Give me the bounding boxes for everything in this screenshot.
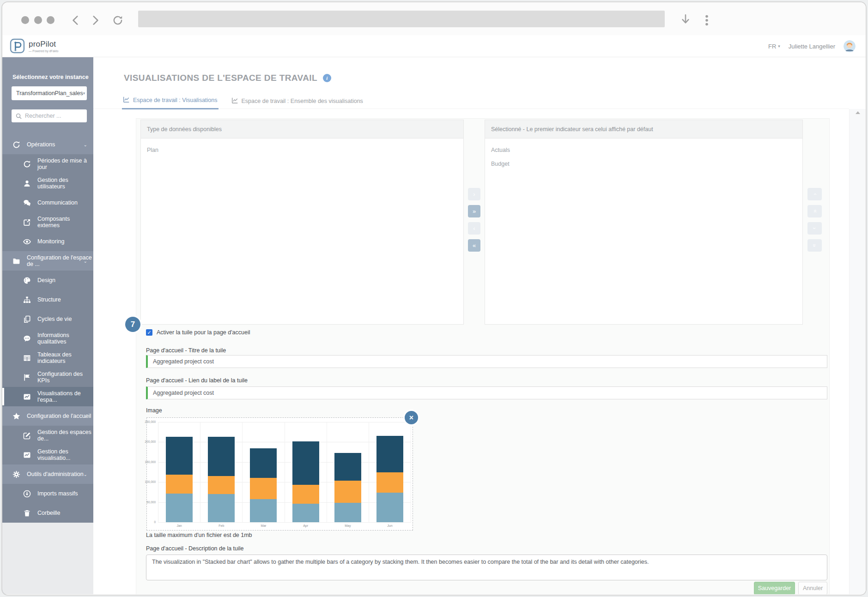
bar-mar: [250, 448, 277, 522]
chevron-down-icon: ▾: [83, 91, 85, 96]
sidebar-item-op-rations[interactable]: Opérations⌄: [2, 135, 93, 154]
copy-icon: [23, 315, 31, 323]
instance-label: Sélectionnez votre instance: [12, 74, 93, 80]
palette-icon: [23, 277, 31, 284]
user-name: Juliette Langellier: [789, 43, 835, 50]
cancel-button[interactable]: Annuler: [798, 582, 827, 594]
search-icon: [16, 113, 22, 119]
bar-may: [334, 453, 361, 522]
step-badge: 7: [125, 317, 140, 332]
image-preview: 250,000200,000150,000100,00050,0000 JanF…: [146, 417, 413, 531]
tab-bar: Espace de travail : VisualisationsEspace…: [122, 96, 364, 109]
selected-listbox: Sélectionné - Le premier indicateur sera…: [485, 120, 803, 325]
chevron-down-icon: ⌄: [84, 142, 87, 147]
image-size-hint: La taille maximum d'un fichier est de 1m…: [146, 532, 252, 538]
bar-jan: [166, 437, 193, 522]
save-button[interactable]: Sauvegarder: [754, 582, 795, 594]
sidebar-item-tableaux-des-indicateurs[interactable]: Tableaux des indicateurs: [2, 348, 93, 368]
user-icon: [23, 180, 31, 187]
tile-description-label: Page d'accueil - Description de la tuile: [146, 545, 244, 552]
list-item-budget[interactable]: Budget: [485, 157, 802, 171]
move-all-right-button[interactable]: »: [468, 205, 480, 217]
stacked-bar-chart: JanFebMarAprMayJun: [158, 422, 411, 522]
sidebar-item-cycles-de-vie[interactable]: Cycles de vie: [2, 309, 93, 329]
window-dot-1[interactable]: [21, 16, 29, 24]
sidebar-item-gestion-des-utilisateurs[interactable]: Gestion des utilisateurs: [2, 174, 93, 193]
sidebar-item-imports-massifs[interactable]: Imports massifs: [2, 484, 93, 503]
info-icon[interactable]: i: [323, 74, 331, 82]
address-bar[interactable]: [138, 11, 665, 27]
tile-link-label: Page d'accueil - Lien du label de la tui…: [146, 377, 248, 384]
instance-select[interactable]: TransformationPlan_sales ▾: [12, 86, 87, 100]
tile-link-input[interactable]: [146, 386, 827, 399]
sidebar-item-design[interactable]: Design: [2, 271, 93, 290]
tile-title-label: Page d'accueil - Titre de la tuile: [146, 347, 226, 354]
bar-apr: [292, 441, 319, 522]
browser-window: proPilot — Powered by dFakto FR▾ Juliett…: [1, 1, 867, 596]
chat-icon: [23, 199, 31, 207]
browser-chrome: [2, 2, 866, 35]
move-all-left-button[interactable]: «: [468, 239, 480, 252]
main-content: VISUALISATIONS DE L'ESPACE DE TRAVAIL i …: [93, 57, 866, 594]
chart-icon: [23, 451, 31, 459]
sidebar-item-visualisations-de-l-espa[interactable]: Visualisations de l'espa...: [2, 387, 93, 406]
tile-title-input[interactable]: [146, 355, 827, 368]
chart-icon: [23, 393, 31, 401]
gear-icon: [12, 470, 20, 478]
page-title: VISUALISATIONS DE L'ESPACE DE TRAVAIL i: [124, 73, 331, 83]
chart-y-axis: 250,000200,000150,000100,00050,0000: [147, 422, 157, 522]
search-input[interactable]: [25, 113, 83, 119]
folder-icon: [12, 257, 20, 265]
enable-tile-checkbox[interactable]: ✓: [146, 329, 152, 336]
sidebar-item-configuration-de-l-accueil[interactable]: Configuration de l'accueil⌄: [2, 406, 93, 426]
chart-icon: [123, 96, 130, 104]
move-up-button[interactable]: ›: [807, 188, 822, 200]
sidebar-item-gestion-des-visualisatio[interactable]: Gestion des visualisatio...: [2, 445, 93, 464]
sidebar-item-configuration-de-l-espace-de[interactable]: Configuration de l'espace de ...⌄: [2, 251, 93, 271]
move-bottom-button[interactable]: »: [807, 239, 822, 252]
sidebar-item-p-riodes-de-mise-jour[interactable]: Périodes de mise à jour: [2, 154, 93, 174]
sidebar-item-structure[interactable]: Structure: [2, 290, 93, 309]
chevron-down-icon: ⌄: [84, 259, 87, 264]
window-dot-3[interactable]: [47, 16, 55, 24]
language-selector[interactable]: FR▾: [768, 43, 780, 50]
chevron-down-icon: ▾: [778, 44, 780, 48]
download-icon[interactable]: [680, 13, 692, 27]
tab-espace-de-travail-ensemble-des-visualisations[interactable]: Espace de travail : Ensemble des visuali…: [231, 96, 364, 109]
back-icon[interactable]: [70, 14, 82, 26]
scroll-up-icon[interactable]: [856, 111, 860, 114]
sidebar-item-outils-d-administration[interactable]: Outils d'administration⌄: [2, 464, 93, 484]
sidebar-item-configuration-des-kpis[interactable]: Configuration des KPIs: [2, 368, 93, 387]
sidebar-search: [12, 109, 87, 122]
image-label: Image: [146, 407, 162, 414]
remove-image-button[interactable]: ×: [405, 411, 418, 424]
list-item-actuals[interactable]: Actuals: [485, 143, 802, 157]
tile-description-textarea[interactable]: The visualization in "Stacked bar chart"…: [146, 555, 827, 580]
sidebar-item-composants-externes[interactable]: Composants externes: [2, 212, 93, 232]
available-listbox: Type de données disponibles Plan: [140, 120, 464, 325]
tab-espace-de-travail-visualisations[interactable]: Espace de travail : Visualisations: [122, 96, 219, 109]
sidebar-item-corbeille[interactable]: Corbeille: [2, 503, 93, 523]
transfer-buttons: ›»‹«: [468, 188, 480, 252]
move-down-button[interactable]: ›: [807, 222, 822, 235]
user-avatar[interactable]: [844, 40, 856, 52]
logo-subtext: — Powered by dFakto: [29, 49, 58, 53]
refresh-icon[interactable]: [112, 14, 124, 26]
scrollbar[interactable]: [849, 109, 866, 594]
sidebar-item-communication[interactable]: Communication: [2, 193, 93, 212]
app-header: proPilot — Powered by dFakto FR▾ Juliett…: [2, 35, 866, 57]
star-icon: [12, 412, 20, 420]
import-icon: [23, 490, 31, 498]
enable-tile-row: ✓ Activer la tuile pour la page d'accuei…: [146, 329, 250, 336]
sidebar-item-gestion-des-espaces-de[interactable]: Gestion des espaces de...: [2, 426, 93, 445]
list-item-plan[interactable]: Plan: [141, 143, 463, 157]
sidebar-item-informations-qualitatives[interactable]: Informations qualitatives: [2, 329, 93, 348]
sidebar-item-monitoring[interactable]: Monitoring: [2, 232, 93, 251]
window-dot-2[interactable]: [34, 16, 42, 24]
forward-icon[interactable]: [89, 14, 101, 26]
kebab-menu-icon[interactable]: [701, 13, 713, 27]
move-top-button[interactable]: »: [807, 205, 822, 217]
move-right-button[interactable]: ›: [468, 188, 480, 200]
move-left-button[interactable]: ‹: [468, 222, 480, 235]
eye-icon: [23, 238, 31, 246]
